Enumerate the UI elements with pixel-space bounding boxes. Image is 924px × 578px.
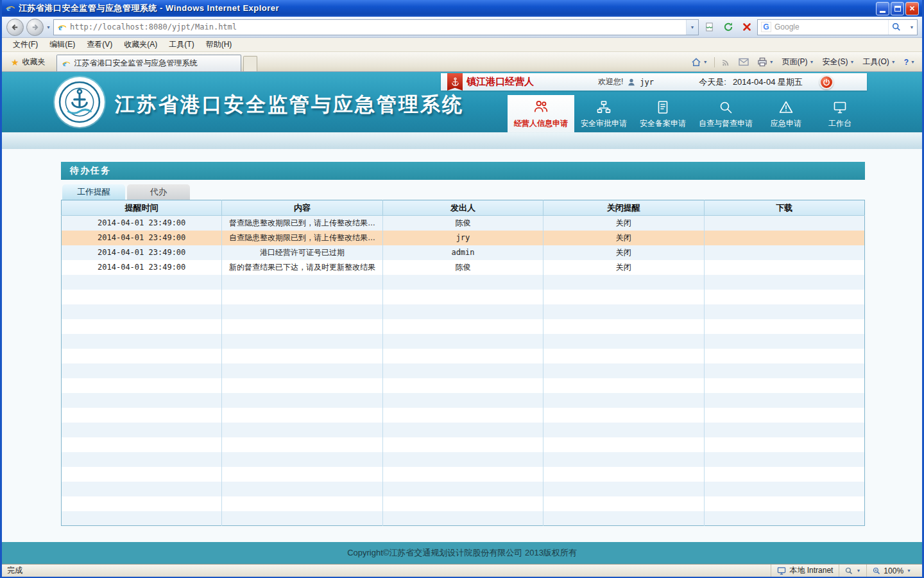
tab-ie-icon: e	[62, 59, 71, 68]
col-download: 下载	[704, 200, 864, 216]
user-bar: 镇江港口经营人 欢迎您! jyr 今天是: 2014-04-04 星期五	[441, 73, 867, 91]
page-footer: Copyright©江苏省交通规划设计院股份有限公司 2013版权所有	[2, 542, 922, 564]
nav-workbench[interactable]: 工作台	[813, 96, 867, 132]
date-value: 2014-04-04 星期五	[733, 76, 803, 88]
close-reminder-link[interactable]: 关闭	[616, 233, 631, 242]
main-nav: 经营人信息申请 安全审批申请 安全备案申请 自查与督查申请 应急申请	[508, 95, 867, 132]
security-zone: 本地 Intranet	[771, 565, 839, 577]
tab-agency[interactable]: 代办	[127, 184, 190, 200]
stop-button[interactable]	[739, 19, 755, 35]
change-zoom-button[interactable]: ▼	[839, 565, 866, 577]
zoom-level-button[interactable]: 100% ▼	[866, 565, 917, 577]
feeds-button[interactable]	[717, 57, 734, 68]
user-icon	[627, 78, 636, 87]
date-group: 今天是: 2014-04-04 星期五	[699, 76, 803, 88]
command-bar: ▼ ▼ 页面(P)▼ 安全(S)▼ 工具(O)▼ ?▼	[687, 55, 919, 71]
home-button[interactable]: ▼	[687, 56, 712, 68]
table-row-empty	[62, 319, 865, 334]
monitor-icon	[832, 100, 848, 115]
search-box[interactable]: G Google ▼	[757, 19, 918, 35]
page-ie-icon: e	[57, 22, 67, 32]
close-reminder-link[interactable]: 关闭	[616, 248, 631, 257]
title-bar: e 江苏省港口安全监管与应急管理系统 - Windows Internet Ex…	[2, 0, 922, 17]
ie-icon: e	[5, 3, 15, 13]
menu-favorites[interactable]: 收藏夹(A)	[118, 38, 163, 51]
org-chart-icon	[595, 100, 612, 115]
table-row-empty	[62, 496, 865, 511]
table-row: 2014-04-01 23:49:00 新的督查结果已下达，请及时更新整改结果 …	[62, 260, 865, 275]
nav-safety-record[interactable]: 安全备案申请	[633, 96, 692, 132]
col-content: 内容	[222, 200, 382, 216]
new-tab-button[interactable]	[243, 56, 257, 71]
table-row-empty	[62, 511, 865, 526]
menu-view[interactable]: 查看(V)	[81, 38, 118, 51]
help-menu[interactable]: ?▼	[900, 57, 919, 68]
table-row-empty	[62, 437, 865, 452]
site-title: 江苏省港口安全监管与应急管理系统	[115, 91, 464, 118]
table-row-empty	[62, 423, 865, 437]
favorites-button[interactable]: ★ 收藏夹	[5, 54, 51, 70]
table-row-empty	[62, 378, 865, 393]
site-logo	[55, 77, 105, 127]
document-icon	[654, 100, 671, 115]
nav-safety-approval[interactable]: 安全审批申请	[574, 96, 633, 132]
anchor-icon	[447, 73, 463, 91]
url-history-dropdown[interactable]: ▼	[686, 20, 698, 35]
search-button[interactable]	[888, 20, 903, 35]
print-button[interactable]: ▼	[753, 56, 778, 68]
read-mail-button[interactable]	[735, 57, 753, 67]
status-bar: 完成 本地 Intranet ▼ 100% ▼	[2, 564, 922, 577]
nav-emergency[interactable]: 应急申请	[759, 96, 813, 132]
table-row-empty	[62, 349, 865, 363]
menu-bar: 文件(F) 编辑(E) 查看(V) 收藏夹(A) 工具(T) 帮助(H)	[2, 38, 922, 52]
warning-icon	[778, 100, 794, 115]
maximize-button[interactable]	[891, 2, 904, 15]
svg-text:e: e	[58, 22, 62, 31]
menu-file[interactable]: 文件(F)	[7, 38, 44, 51]
window-title: 江苏省港口安全监管与应急管理系统 - Windows Internet Expl…	[19, 3, 279, 14]
svg-text:e: e	[63, 59, 66, 67]
browser-window: e 江苏省港口安全监管与应急管理系统 - Windows Internet Ex…	[0, 0, 924, 578]
menu-help[interactable]: 帮助(H)	[200, 38, 238, 51]
browser-tab-active[interactable]: e 江苏省港口安全监管与应急管理系统	[56, 55, 241, 71]
todo-table: 提醒时间 内容 发出人 关闭提醒 下载 2014-04-01 23:49:00 …	[61, 200, 865, 526]
close-button[interactable]: ✕	[905, 2, 919, 15]
copyright-text: Copyright©江苏省交通规划设计院股份有限公司 2013版权所有	[347, 547, 577, 559]
page-menu[interactable]: 页面(P)▼	[778, 55, 818, 69]
table-row-empty	[62, 290, 865, 304]
address-bar: ▼ e http://localhost:8080/yjpt/Main.html…	[2, 17, 922, 38]
tools-menu[interactable]: 工具(O)▼	[859, 55, 899, 69]
minimize-button[interactable]	[876, 2, 889, 15]
logout-button[interactable]	[819, 75, 834, 89]
col-close: 关闭提醒	[543, 200, 704, 216]
welcome-group: 欢迎您! jyr	[598, 76, 654, 87]
close-reminder-link[interactable]: 关闭	[616, 263, 631, 272]
refresh-button[interactable]	[720, 19, 736, 35]
username: jyr	[640, 78, 654, 87]
people-icon	[533, 98, 549, 115]
safety-menu[interactable]: 安全(S)▼	[819, 55, 859, 69]
star-icon: ★	[11, 58, 19, 67]
tabs-bar: ★ 收藏夹 e 江苏省港口安全监管与应急管理系统 ▼ ▼	[2, 52, 922, 72]
magnifier-icon	[717, 100, 734, 115]
address-input[interactable]: e http://localhost:8080/yjpt/Main.html ▼	[53, 19, 699, 35]
back-button[interactable]	[6, 19, 24, 36]
close-reminder-link[interactable]: 关闭	[616, 218, 631, 227]
table-row: 2014-04-01 23:49:00 港口经营许可证号已过期 admin 关闭	[62, 245, 865, 260]
menu-tools[interactable]: 工具(T)	[163, 38, 200, 51]
forward-button[interactable]	[26, 19, 44, 36]
table-row-empty	[62, 304, 865, 319]
recent-pages-dropdown[interactable]: ▼	[46, 25, 51, 30]
menu-edit[interactable]: 编辑(E)	[44, 38, 81, 51]
search-options-dropdown[interactable]: ▼	[907, 20, 917, 35]
nav-operator-info[interactable]: 经营人信息申请	[508, 95, 574, 132]
nav-self-inspection[interactable]: 自查与督查申请	[692, 96, 759, 132]
compatibility-view-button[interactable]	[701, 19, 717, 35]
intranet-icon	[777, 567, 786, 575]
zoom-icon	[845, 567, 853, 575]
table-row-empty	[62, 467, 865, 482]
tab-work-reminder[interactable]: 工作提醒	[62, 184, 125, 200]
search-input[interactable]: Google	[774, 22, 885, 31]
panel-tabs: 工作提醒 代办	[61, 184, 865, 200]
table-header-row: 提醒时间 内容 发出人 关闭提醒 下载	[62, 200, 865, 216]
